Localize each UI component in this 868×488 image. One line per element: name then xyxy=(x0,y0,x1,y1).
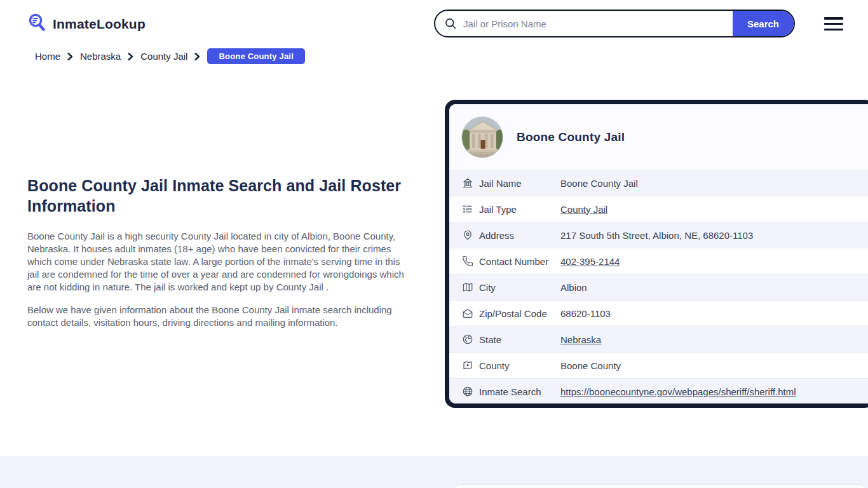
table-row: Contact Number 402-395-2144 xyxy=(449,248,868,274)
chevron-right-icon xyxy=(128,53,133,60)
breadcrumb-home[interactable]: Home xyxy=(35,51,60,62)
map-icon xyxy=(462,281,473,293)
facility-photo xyxy=(461,116,503,158)
search-input[interactable] xyxy=(457,18,733,29)
row-label: Inmate Search xyxy=(479,386,560,397)
row-label: State xyxy=(479,334,560,345)
page: InmateLookup Search Home Nebraska County… xyxy=(0,0,868,488)
table-row: Inmate Search https://boonecountyne.gov/… xyxy=(449,378,868,403)
row-label: Zip/Postal Code xyxy=(479,308,560,319)
chevron-right-icon xyxy=(67,53,73,60)
site-logo[interactable]: InmateLookup xyxy=(27,13,146,35)
article-paragraph-2: Below we have given information about th… xyxy=(27,304,409,329)
row-label: Jail Type xyxy=(479,204,560,215)
jail-type-link[interactable]: County Jail xyxy=(560,204,607,215)
search-button[interactable]: Search xyxy=(733,10,794,37)
facility-card-header: Boone County Jail xyxy=(449,104,868,170)
table-row: Jail Name Boone County Jail xyxy=(449,170,868,196)
state-link[interactable]: Nebraska xyxy=(560,334,601,345)
envelope-open-icon xyxy=(462,308,473,319)
list-icon xyxy=(462,203,473,215)
table-row: Jail Type County Jail xyxy=(449,196,868,222)
menu-icon[interactable] xyxy=(824,17,843,30)
globe-icon xyxy=(462,386,473,397)
chevron-right-icon xyxy=(194,53,200,60)
magnifier-logo-icon xyxy=(27,13,47,35)
breadcrumb: Home Nebraska County Jail Boone County J… xyxy=(35,48,305,64)
map-pin-icon xyxy=(462,229,473,241)
row-value: 68620-1103 xyxy=(560,308,611,319)
row-value: Boone County xyxy=(560,360,621,371)
contact-number-link[interactable]: 402-395-2144 xyxy=(560,256,620,267)
table-row: Zip/Postal Code 68620-1103 xyxy=(449,300,868,326)
row-value: Boone County Jail xyxy=(560,178,638,189)
breadcrumb-current-badge: Boone County Jail xyxy=(207,48,305,64)
next-card-top-edge xyxy=(455,484,865,488)
county-map-icon xyxy=(462,360,473,371)
row-value: Albion xyxy=(560,282,587,293)
facility-table: Jail Name Boone County Jail Jail Type Co… xyxy=(449,170,868,403)
article: Boone County Jail Inmate Search and Jail… xyxy=(27,175,409,339)
table-row: State Nebraska xyxy=(449,326,868,352)
page-title: Boone County Jail Inmate Search and Jail… xyxy=(27,175,409,216)
page-background-band xyxy=(0,456,868,488)
globe-americas-icon xyxy=(462,334,473,345)
table-row: Address 217 South 5th Street, Albion, NE… xyxy=(449,222,868,248)
facility-title: Boone County Jail xyxy=(517,130,625,144)
table-row: City Albion xyxy=(449,274,868,300)
facility-card: Boone County Jail Jail Name Boone County… xyxy=(445,100,868,408)
table-row: County Boone County xyxy=(449,352,868,378)
row-label: County xyxy=(479,360,560,371)
breadcrumb-state[interactable]: Nebraska xyxy=(80,51,121,62)
row-label: Jail Name xyxy=(479,178,560,189)
phone-icon xyxy=(462,255,473,267)
breadcrumb-jail-type[interactable]: County Jail xyxy=(140,51,187,62)
row-value: 217 South 5th Street, Albion, NE, 68620-… xyxy=(560,230,753,241)
search-icon xyxy=(444,17,457,30)
search-bar: Search xyxy=(434,10,795,37)
row-label: Contact Number xyxy=(479,256,560,267)
inmate-search-link[interactable]: https://boonecountyne.gov/webpages/sheri… xyxy=(560,386,796,397)
bank-icon xyxy=(462,177,473,189)
row-label: City xyxy=(479,282,560,293)
row-label: Address xyxy=(479,230,560,241)
brand-name: InmateLookup xyxy=(53,17,146,32)
article-paragraph-1: Boone County Jail is a high security Cou… xyxy=(27,230,409,294)
